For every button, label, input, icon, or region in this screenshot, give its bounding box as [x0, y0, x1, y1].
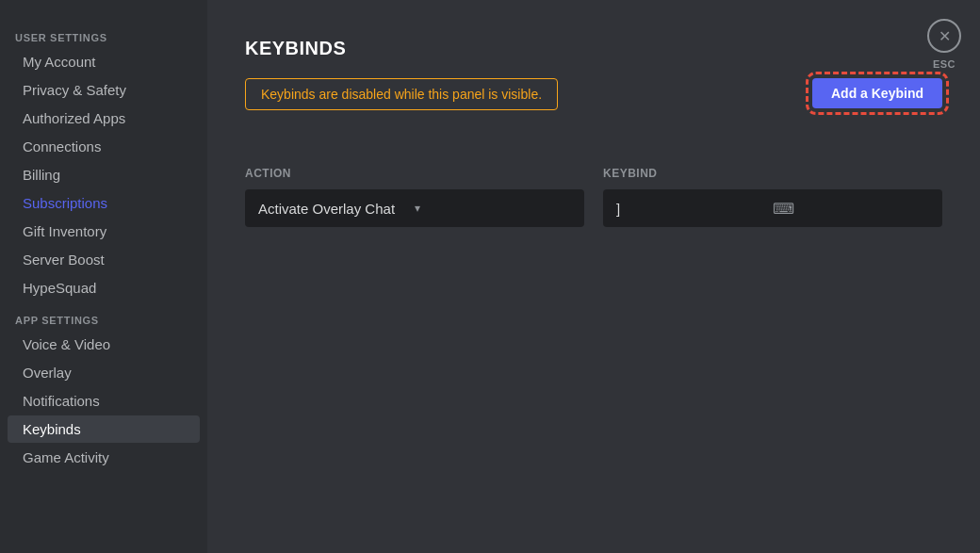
close-button[interactable]: ✕	[927, 19, 961, 53]
esc-container: ✕ ESC	[927, 19, 961, 70]
sidebar-item-game-activity[interactable]: Game Activity	[8, 444, 200, 471]
chevron-down-icon: ▾	[415, 202, 571, 215]
sidebar-item-label: Connections	[23, 138, 101, 155]
sidebar-item-privacy-safety[interactable]: Privacy & Safety	[8, 76, 200, 104]
keybind-input[interactable]: ] ⌨	[603, 189, 942, 227]
sidebar-item-label: Keybinds	[23, 421, 81, 437]
page-title: KEYBINDS	[245, 38, 942, 59]
sidebar-item-label: Server Boost	[23, 252, 105, 268]
sidebar-item-subscriptions[interactable]: Subscriptions	[8, 189, 200, 217]
action-select[interactable]: Activate Overlay Chat ▾	[245, 189, 584, 227]
sidebar-item-label: Notifications	[23, 393, 100, 409]
sidebar-item-label: Game Activity	[23, 449, 109, 465]
top-row: Keybinds are disabled while this panel i…	[245, 78, 942, 138]
sidebar-item-label: Billing	[23, 167, 60, 183]
sidebar-item-label: My Account	[23, 54, 96, 70]
sidebar-item-label: Subscriptions	[23, 195, 107, 211]
sidebar-item-label: Overlay	[23, 365, 72, 381]
sidebar-item-my-account[interactable]: My Account	[8, 48, 200, 75]
sidebar-item-connections[interactable]: Connections	[8, 133, 200, 160]
sidebar-item-label: Authorized Apps	[23, 110, 125, 126]
sidebar-item-label: Voice & Video	[23, 336, 110, 352]
action-column-header: ACTION	[245, 167, 584, 180]
sidebar-item-voice-video[interactable]: Voice & Video	[8, 331, 200, 358]
keyboard-icon: ⌨	[773, 200, 929, 218]
sidebar-item-hypesquad[interactable]: HypeSquad	[8, 274, 200, 301]
sidebar-item-notifications[interactable]: Notifications	[8, 387, 200, 415]
add-keybind-button[interactable]: Add a Keybind	[812, 78, 942, 108]
sidebar-item-server-boost[interactable]: Server Boost	[8, 246, 200, 273]
sidebar-item-billing[interactable]: Billing	[8, 161, 200, 188]
warning-banner: Keybinds are disabled while this panel i…	[245, 78, 558, 110]
keybind-table: ACTION KEYBIND Activate Overlay Chat ▾ ]…	[245, 167, 942, 227]
app-settings-section-label: APP SETTINGS	[0, 309, 207, 330]
sidebar-item-keybinds[interactable]: Keybinds	[8, 415, 200, 443]
main-content: KEYBINDS Keybinds are disabled while thi…	[207, 0, 980, 553]
action-select-value: Activate Overlay Chat	[258, 201, 415, 217]
sidebar-item-label: Gift Inventory	[23, 223, 106, 239]
sidebar-item-overlay[interactable]: Overlay	[8, 359, 200, 386]
user-settings-section-label: USER SETTINGS	[0, 26, 207, 47]
sidebar: USER SETTINGS My Account Privacy & Safet…	[0, 0, 207, 553]
sidebar-item-authorized-apps[interactable]: Authorized Apps	[8, 105, 200, 132]
table-header: ACTION KEYBIND	[245, 167, 942, 180]
esc-label: ESC	[933, 58, 956, 70]
sidebar-item-gift-inventory[interactable]: Gift Inventory	[8, 218, 200, 245]
keybind-value: ]	[616, 201, 773, 217]
keybind-row: Activate Overlay Chat ▾ ] ⌨	[245, 189, 942, 227]
keybind-column-header: KEYBIND	[603, 167, 942, 180]
sidebar-item-label: HypeSquad	[23, 280, 96, 296]
sidebar-item-label: Privacy & Safety	[23, 82, 126, 98]
